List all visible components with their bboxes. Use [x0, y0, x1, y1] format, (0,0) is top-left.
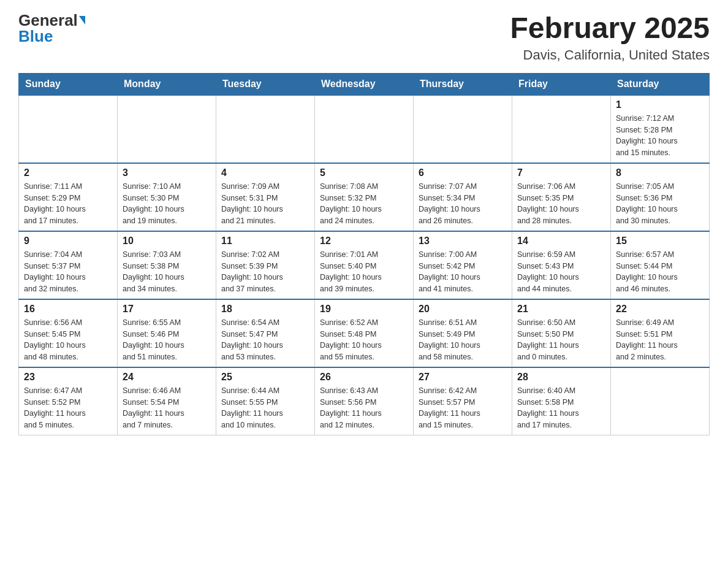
title-area: February 2025 Davis, California, United … — [510, 12, 710, 63]
day-info: Sunrise: 6:59 AMSunset: 5:43 PMDaylight:… — [517, 249, 605, 295]
day-info: Sunrise: 7:07 AMSunset: 5:34 PMDaylight:… — [419, 181, 507, 227]
day-info: Sunrise: 6:42 AMSunset: 5:57 PMDaylight:… — [419, 385, 507, 431]
day-number: 23 — [24, 372, 112, 383]
day-info: Sunrise: 6:47 AMSunset: 5:52 PMDaylight:… — [24, 385, 112, 431]
weekday-header-wednesday: Wednesday — [315, 73, 414, 95]
day-info: Sunrise: 6:51 AMSunset: 5:49 PMDaylight:… — [419, 317, 507, 363]
day-number: 1 — [616, 99, 704, 110]
day-number: 14 — [517, 236, 605, 247]
weekday-header-friday: Friday — [512, 73, 611, 95]
calendar-cell: 28Sunrise: 6:40 AMSunset: 5:58 PMDayligh… — [512, 367, 611, 435]
calendar-cell: 14Sunrise: 6:59 AMSunset: 5:43 PMDayligh… — [512, 231, 611, 299]
day-number: 18 — [221, 304, 309, 315]
logo: General Blue — [18, 12, 85, 44]
day-info: Sunrise: 7:12 AMSunset: 5:28 PMDaylight:… — [616, 113, 704, 159]
day-number: 5 — [320, 167, 408, 178]
day-number: 17 — [123, 304, 211, 315]
day-number: 6 — [419, 167, 507, 178]
calendar-cell: 13Sunrise: 7:00 AMSunset: 5:42 PMDayligh… — [414, 231, 512, 299]
day-info: Sunrise: 6:56 AMSunset: 5:45 PMDaylight:… — [24, 317, 112, 363]
calendar-cell: 25Sunrise: 6:44 AMSunset: 5:55 PMDayligh… — [216, 367, 315, 435]
calendar-cell: 9Sunrise: 7:04 AMSunset: 5:37 PMDaylight… — [19, 231, 118, 299]
day-info: Sunrise: 6:54 AMSunset: 5:47 PMDaylight:… — [221, 317, 309, 363]
logo-general-text: General — [18, 12, 78, 28]
calendar-cell: 22Sunrise: 6:49 AMSunset: 5:51 PMDayligh… — [611, 299, 710, 367]
calendar-cell: 18Sunrise: 6:54 AMSunset: 5:47 PMDayligh… — [216, 299, 315, 367]
logo-triangle-icon — [79, 16, 85, 25]
day-info: Sunrise: 6:50 AMSunset: 5:50 PMDaylight:… — [517, 317, 605, 363]
day-number: 4 — [221, 167, 309, 178]
day-number: 28 — [517, 372, 605, 383]
calendar-cell — [19, 95, 118, 163]
day-info: Sunrise: 6:46 AMSunset: 5:54 PMDaylight:… — [123, 385, 211, 431]
calendar-cell: 27Sunrise: 6:42 AMSunset: 5:57 PMDayligh… — [414, 367, 512, 435]
day-info: Sunrise: 7:06 AMSunset: 5:35 PMDaylight:… — [517, 181, 605, 227]
day-info: Sunrise: 6:40 AMSunset: 5:58 PMDaylight:… — [517, 385, 605, 431]
calendar-cell — [216, 95, 315, 163]
day-number: 8 — [616, 167, 704, 178]
calendar-week-row-5: 23Sunrise: 6:47 AMSunset: 5:52 PMDayligh… — [19, 367, 710, 435]
calendar-cell: 19Sunrise: 6:52 AMSunset: 5:48 PMDayligh… — [315, 299, 414, 367]
calendar-cell: 21Sunrise: 6:50 AMSunset: 5:50 PMDayligh… — [512, 299, 611, 367]
day-number: 22 — [616, 304, 704, 315]
weekday-header-tuesday: Tuesday — [216, 73, 315, 95]
calendar-cell: 10Sunrise: 7:03 AMSunset: 5:38 PMDayligh… — [118, 231, 216, 299]
calendar-cell: 1Sunrise: 7:12 AMSunset: 5:28 PMDaylight… — [611, 95, 710, 163]
day-number: 25 — [221, 372, 309, 383]
day-number: 15 — [616, 236, 704, 247]
calendar-week-row-4: 16Sunrise: 6:56 AMSunset: 5:45 PMDayligh… — [19, 299, 710, 367]
day-info: Sunrise: 6:55 AMSunset: 5:46 PMDaylight:… — [123, 317, 211, 363]
calendar-cell: 12Sunrise: 7:01 AMSunset: 5:40 PMDayligh… — [315, 231, 414, 299]
day-number: 12 — [320, 236, 408, 247]
calendar-cell — [315, 95, 414, 163]
logo-blue-text: Blue — [18, 28, 53, 44]
calendar-cell — [512, 95, 611, 163]
day-info: Sunrise: 7:08 AMSunset: 5:32 PMDaylight:… — [320, 181, 408, 227]
weekday-header-sunday: Sunday — [19, 73, 118, 95]
day-info: Sunrise: 6:57 AMSunset: 5:44 PMDaylight:… — [616, 249, 704, 295]
day-number: 13 — [419, 236, 507, 247]
calendar-cell: 6Sunrise: 7:07 AMSunset: 5:34 PMDaylight… — [414, 163, 512, 231]
month-title: February 2025 — [510, 12, 710, 45]
calendar-cell: 3Sunrise: 7:10 AMSunset: 5:30 PMDaylight… — [118, 163, 216, 231]
calendar-cell — [118, 95, 216, 163]
day-info: Sunrise: 6:43 AMSunset: 5:56 PMDaylight:… — [320, 385, 408, 431]
day-info: Sunrise: 7:03 AMSunset: 5:38 PMDaylight:… — [123, 249, 211, 295]
day-info: Sunrise: 7:00 AMSunset: 5:42 PMDaylight:… — [419, 249, 507, 295]
day-number: 24 — [123, 372, 211, 383]
day-info: Sunrise: 7:04 AMSunset: 5:37 PMDaylight:… — [24, 249, 112, 295]
calendar-week-row-1: 1Sunrise: 7:12 AMSunset: 5:28 PMDaylight… — [19, 95, 710, 163]
calendar-week-row-2: 2Sunrise: 7:11 AMSunset: 5:29 PMDaylight… — [19, 163, 710, 231]
day-info: Sunrise: 7:10 AMSunset: 5:30 PMDaylight:… — [123, 181, 211, 227]
calendar-cell: 20Sunrise: 6:51 AMSunset: 5:49 PMDayligh… — [414, 299, 512, 367]
day-number: 3 — [123, 167, 211, 178]
day-info: Sunrise: 6:44 AMSunset: 5:55 PMDaylight:… — [221, 385, 309, 431]
calendar-cell: 8Sunrise: 7:05 AMSunset: 5:36 PMDaylight… — [611, 163, 710, 231]
day-number: 7 — [517, 167, 605, 178]
calendar-cell: 17Sunrise: 6:55 AMSunset: 5:46 PMDayligh… — [118, 299, 216, 367]
day-number: 26 — [320, 372, 408, 383]
page-header: General Blue February 2025 Davis, Califo… — [18, 12, 710, 63]
weekday-header-thursday: Thursday — [414, 73, 512, 95]
calendar-cell: 15Sunrise: 6:57 AMSunset: 5:44 PMDayligh… — [611, 231, 710, 299]
day-info: Sunrise: 7:05 AMSunset: 5:36 PMDaylight:… — [616, 181, 704, 227]
calendar-cell — [414, 95, 512, 163]
calendar-cell: 7Sunrise: 7:06 AMSunset: 5:35 PMDaylight… — [512, 163, 611, 231]
day-number: 10 — [123, 236, 211, 247]
calendar-cell: 11Sunrise: 7:02 AMSunset: 5:39 PMDayligh… — [216, 231, 315, 299]
day-info: Sunrise: 6:49 AMSunset: 5:51 PMDaylight:… — [616, 317, 704, 363]
day-number: 16 — [24, 304, 112, 315]
calendar-cell: 23Sunrise: 6:47 AMSunset: 5:52 PMDayligh… — [19, 367, 118, 435]
calendar-cell: 26Sunrise: 6:43 AMSunset: 5:56 PMDayligh… — [315, 367, 414, 435]
day-number: 9 — [24, 236, 112, 247]
day-number: 20 — [419, 304, 507, 315]
day-number: 19 — [320, 304, 408, 315]
weekday-header-monday: Monday — [118, 73, 216, 95]
weekday-header-saturday: Saturday — [611, 73, 710, 95]
calendar-cell: 2Sunrise: 7:11 AMSunset: 5:29 PMDaylight… — [19, 163, 118, 231]
day-number: 2 — [24, 167, 112, 178]
day-info: Sunrise: 7:01 AMSunset: 5:40 PMDaylight:… — [320, 249, 408, 295]
calendar-table: SundayMondayTuesdayWednesdayThursdayFrid… — [18, 73, 710, 435]
day-info: Sunrise: 7:02 AMSunset: 5:39 PMDaylight:… — [221, 249, 309, 295]
calendar-cell: 4Sunrise: 7:09 AMSunset: 5:31 PMDaylight… — [216, 163, 315, 231]
